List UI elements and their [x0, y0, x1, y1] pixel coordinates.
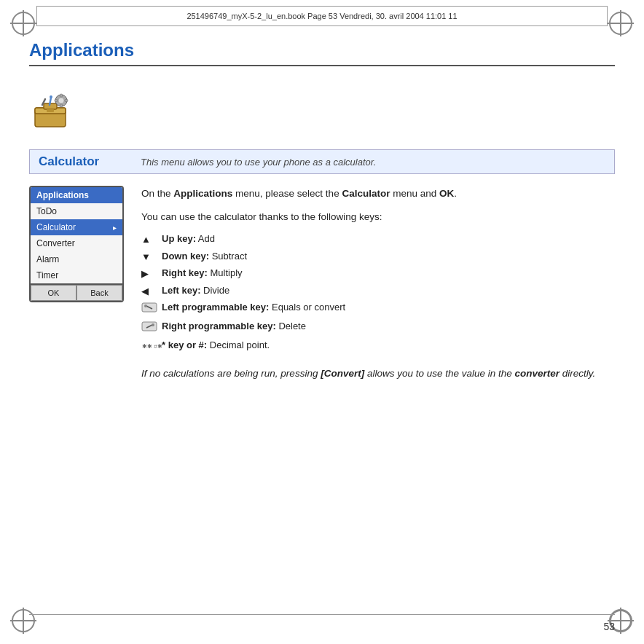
svg-point-12	[50, 95, 52, 98]
section-header: Calculator This menu allows you to use y…	[29, 149, 615, 174]
rpk-desc: Right programmable key: Delete	[162, 319, 615, 334]
svg-point-15	[144, 305, 147, 307]
section-desc: This menu allows you to use your phone a…	[141, 157, 376, 168]
star-hash-icon: ✱✱ #✱	[141, 338, 162, 356]
svg-rect-3	[47, 109, 54, 112]
phone-menu-header: Applications	[31, 187, 122, 203]
italic-note: If no calculations are being run, pressi…	[141, 366, 615, 382]
corner-bl	[10, 608, 36, 634]
content-row: Applications ToDo Calculator Converter A…	[29, 186, 615, 388]
svg-point-5	[58, 98, 64, 103]
key-right-row: ▶ Right key: Multiply	[141, 266, 615, 281]
main-content: Applications Calculator This menu allows…	[29, 40, 615, 604]
svg-rect-7	[60, 104, 63, 107]
rpk-icon	[141, 319, 162, 336]
svg-point-18	[152, 323, 154, 326]
phone-menu-item-alarm[interactable]: Alarm	[31, 251, 122, 267]
back-button[interactable]: Back	[76, 285, 122, 301]
ok-button[interactable]: OK	[31, 285, 76, 301]
page-title: Applications	[29, 40, 615, 66]
key-down-row: ▼ Down key: Subtract	[141, 249, 615, 264]
down-arrow-icon: ▼	[141, 249, 162, 264]
up-key-desc: Up key: Add	[162, 232, 615, 246]
phone-menu: Applications ToDo Calculator Converter A…	[29, 186, 124, 302]
text-content: On the Applications menu, please select …	[141, 186, 615, 388]
phone-menu-item-timer[interactable]: Timer	[31, 267, 122, 283]
key-rpk-row: Right programmable key: Delete	[141, 319, 615, 336]
right-arrow-icon: ▶	[141, 266, 162, 281]
down-key-desc: Down key: Subtract	[162, 249, 615, 264]
phone-menu-item-calculator[interactable]: Calculator	[31, 219, 122, 235]
phone-menu-item-todo[interactable]: ToDo	[31, 203, 122, 219]
right-key-desc: Right key: Multiply	[162, 266, 615, 280]
corner-tl	[10, 10, 36, 36]
keys-table: ▲ Up key: Add ▼ Down key: Subtract ▶ Rig…	[141, 232, 615, 356]
corner-tr	[608, 10, 634, 36]
intro-text: On the Applications menu, please select …	[141, 186, 615, 202]
key-left-row: ◀ Left key: Divide	[141, 283, 615, 299]
tools-icon	[29, 87, 73, 131]
up-arrow-icon: ▲	[141, 232, 162, 247]
left-key-desc: Left key: Divide	[162, 283, 615, 298]
key-up-row: ▲ Up key: Add	[141, 232, 615, 247]
star-key-desc: * key or #: Decimal point.	[162, 338, 615, 353]
left-arrow-icon: ◀	[141, 283, 162, 299]
svg-rect-9	[65, 100, 68, 102]
section-title: Calculator	[39, 154, 141, 169]
bottom-line	[29, 614, 615, 615]
top-bar-text: 251496749_myX-5-2_lu_en.book Page 53 Ven…	[186, 12, 457, 20]
phone-menu-buttons: OK Back	[31, 283, 122, 301]
icon-area	[29, 84, 615, 135]
key-star-row: ✱✱ #✱ * key or #: Decimal point.	[141, 338, 615, 356]
lpk-icon	[141, 300, 162, 317]
page-number: 53	[603, 621, 615, 632]
intro2-text: You can use the calculator thanks to the…	[141, 209, 615, 225]
top-bar: 251496749_myX-5-2_lu_en.book Page 53 Ven…	[36, 6, 608, 26]
svg-rect-6	[60, 94, 63, 97]
svg-text:✱✱ #✱: ✱✱ #✱	[142, 343, 162, 350]
svg-rect-8	[55, 100, 58, 102]
phone-menu-item-converter[interactable]: Converter	[31, 235, 122, 251]
lpk-desc: Left programmable key: Equals or convert	[162, 300, 615, 315]
key-lpk-row: Left programmable key: Equals or convert	[141, 300, 615, 317]
